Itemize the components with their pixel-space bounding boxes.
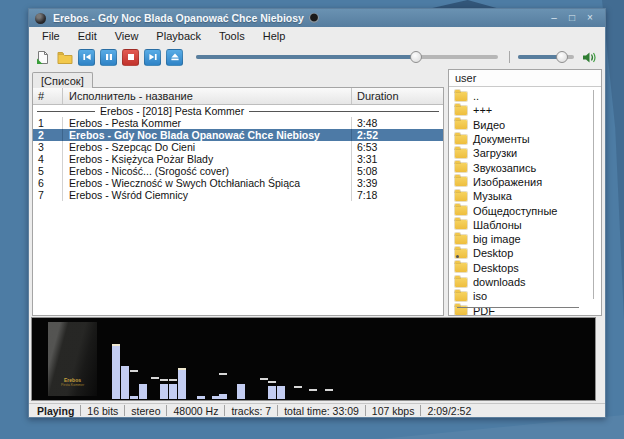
list-item[interactable]: +++ bbox=[449, 103, 601, 117]
playlist-panel: # Исполнитель - название Duration Erebos… bbox=[32, 87, 444, 316]
list-item[interactable]: Изображения bbox=[449, 175, 601, 189]
seek-slider[interactable] bbox=[196, 50, 498, 64]
volume-slider[interactable] bbox=[518, 50, 574, 64]
folder-icon bbox=[455, 149, 467, 158]
spectrum-analyzer bbox=[32, 318, 595, 400]
next-button[interactable] bbox=[144, 49, 161, 66]
pause-button[interactable] bbox=[100, 49, 117, 66]
wallpaper-shape bbox=[380, 415, 624, 439]
track-duration: 3:39 bbox=[351, 177, 443, 189]
track-num: 6 bbox=[33, 177, 62, 189]
minimize-button[interactable]: – bbox=[545, 9, 563, 27]
seek-thumb[interactable] bbox=[410, 51, 422, 63]
track-duration: 5:08 bbox=[351, 165, 443, 177]
spectrum-peak-marker bbox=[151, 377, 159, 379]
table-row[interactable]: 6 Erebos - Wieczność w Swych Otchłaniach… bbox=[33, 177, 443, 189]
folder-icon bbox=[455, 92, 467, 101]
maximize-button[interactable]: □ bbox=[563, 9, 581, 27]
list-item[interactable]: big image bbox=[449, 232, 601, 246]
table-row-selected[interactable]: 2 Erebos - Gdy Noc Blada Opanować Chce N… bbox=[33, 129, 443, 141]
status-elapsed-time: 2:09/2:52 bbox=[421, 405, 477, 417]
track-num: 7 bbox=[33, 189, 62, 201]
spectrum-bar bbox=[112, 344, 120, 399]
list-item[interactable]: Desktop bbox=[449, 246, 601, 260]
table-row[interactable]: 1 Erebos - Pesta Kommer 3:48 bbox=[33, 117, 443, 129]
track-title: Erebos - Szepcąc Do Cieni bbox=[62, 141, 351, 153]
menu-help[interactable]: Help bbox=[254, 27, 295, 45]
spectrum-bar bbox=[197, 396, 205, 399]
spectrum-peak-marker bbox=[294, 386, 302, 388]
track-num: 4 bbox=[33, 153, 62, 165]
list-item[interactable]: Общедоступные bbox=[449, 203, 601, 217]
list-item[interactable]: Desktops bbox=[449, 261, 601, 275]
table-row[interactable]: 4 Erebos - Księżyca Pożar Blady 3:31 bbox=[33, 153, 443, 165]
track-num: 5 bbox=[33, 165, 62, 177]
list-item[interactable]: Документы bbox=[449, 132, 601, 146]
list-item[interactable]: Музыка bbox=[449, 189, 601, 203]
track-num: 3 bbox=[33, 141, 62, 153]
window-title: Erebos - Gdy Noc Blada Opanować Chce Nie… bbox=[53, 12, 304, 24]
folder-icon bbox=[455, 192, 467, 201]
list-item[interactable]: Загрузки bbox=[449, 146, 601, 160]
menu-tools[interactable]: Tools bbox=[210, 27, 254, 45]
folder-label: Desktops bbox=[473, 262, 519, 274]
add-file-button[interactable] bbox=[34, 49, 51, 66]
menu-playback[interactable]: Playback bbox=[147, 27, 210, 45]
folder-icon bbox=[455, 235, 467, 244]
list-item[interactable]: iso bbox=[449, 289, 601, 303]
list-item[interactable]: downloads bbox=[449, 275, 601, 289]
folder-label: .. bbox=[473, 90, 479, 102]
folder-icon bbox=[455, 106, 467, 115]
eject-button[interactable] bbox=[166, 49, 183, 66]
spectrum-bar bbox=[160, 384, 168, 399]
column-header-num[interactable]: # bbox=[33, 88, 62, 104]
list-item[interactable]: Звукозапись bbox=[449, 160, 601, 174]
list-item[interactable]: PDF bbox=[449, 303, 601, 316]
stop-button[interactable] bbox=[122, 49, 139, 66]
folder-label: downloads bbox=[473, 276, 526, 288]
volume-thumb[interactable] bbox=[556, 51, 568, 63]
list-item[interactable]: .. bbox=[449, 89, 601, 103]
file-browser-location[interactable]: user bbox=[449, 70, 601, 87]
spectrum-bar bbox=[130, 396, 138, 399]
track-duration: 2:52 bbox=[351, 129, 443, 141]
list-item[interactable]: Видео bbox=[449, 118, 601, 132]
spectrum-peak-marker bbox=[309, 389, 317, 391]
toolbar-separator bbox=[509, 51, 510, 63]
folder-icon bbox=[455, 177, 467, 186]
title-speaker-icon bbox=[309, 13, 319, 23]
track-title: Erebos - Gdy Noc Blada Opanować Chce Nie… bbox=[62, 129, 351, 141]
spectrum-bar bbox=[169, 384, 177, 399]
track-title: Erebos - Wieczność w Swych Otchłaniach Ś… bbox=[62, 177, 351, 189]
table-row[interactable]: 7 Erebos - Wśród Ciemnicy 7:18 bbox=[33, 189, 443, 201]
close-button[interactable]: × bbox=[581, 9, 599, 27]
table-row[interactable]: 3 Erebos - Szepcąc Do Cieni 6:53 bbox=[33, 141, 443, 153]
app-icon bbox=[35, 13, 46, 24]
folder-icon bbox=[455, 292, 467, 301]
menu-edit[interactable]: Edit bbox=[69, 27, 106, 45]
group-line bbox=[37, 111, 95, 112]
open-directory-button[interactable] bbox=[56, 49, 73, 66]
spectrum-peak-marker bbox=[325, 389, 333, 391]
column-header-title[interactable]: Исполнитель - название bbox=[62, 88, 351, 104]
spectrum-bar bbox=[237, 384, 245, 399]
volume-icon bbox=[582, 51, 597, 64]
list-item[interactable]: Шаблоны bbox=[449, 218, 601, 232]
column-header-duration[interactable]: Duration bbox=[351, 88, 443, 104]
spectrum-peak-marker bbox=[130, 370, 138, 372]
previous-button[interactable] bbox=[78, 49, 95, 66]
seek-fill bbox=[196, 55, 416, 59]
spectrum-peak-marker bbox=[169, 379, 177, 381]
seek-track bbox=[196, 55, 498, 59]
folder-label: Музыка bbox=[473, 190, 512, 202]
folder-label: Видео bbox=[473, 119, 505, 131]
vertical-scrollbar[interactable] bbox=[593, 90, 594, 299]
tab-playlist[interactable]: [Список] bbox=[32, 72, 93, 88]
menu-file[interactable]: File bbox=[33, 27, 69, 45]
table-row[interactable]: 5 Erebos - Nicość... (Srogość cover) 5:0… bbox=[33, 165, 443, 177]
folder-label: +++ bbox=[473, 104, 492, 116]
horizontal-scrollbar[interactable] bbox=[457, 307, 579, 308]
titlebar[interactable]: Erebos - Gdy Noc Blada Opanować Chce Nie… bbox=[29, 9, 605, 27]
status-bit-depth: 16 bits bbox=[81, 405, 124, 417]
menu-view[interactable]: View bbox=[106, 27, 148, 45]
